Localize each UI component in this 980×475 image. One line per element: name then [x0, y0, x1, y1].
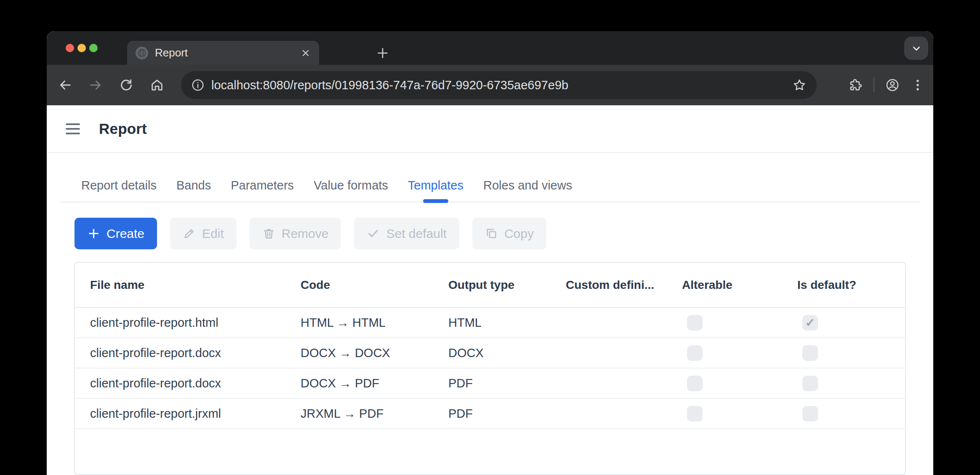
tab-value-formats[interactable]: Value formats	[314, 179, 388, 203]
trash-icon	[262, 227, 275, 240]
site-info-icon[interactable]	[191, 78, 205, 92]
action-bar: Create Edit	[75, 218, 933, 249]
column-header-is-default[interactable]: Is default?	[782, 278, 905, 292]
table-row[interactable]: client-profile-report.jrxml JRXML → PDF …	[75, 399, 905, 429]
bookmark-star-icon[interactable]	[792, 78, 807, 92]
address-bar[interactable]: localhost:8080/reports/01998136-747a-76d…	[181, 71, 817, 99]
toolbar-right-icons	[848, 65, 925, 105]
chevron-down-icon[interactable]	[904, 37, 928, 60]
extensions-icon[interactable]	[848, 78, 863, 92]
edit-button[interactable]: Edit	[170, 218, 237, 249]
table-header-row: File name Code Output type Custom defini…	[75, 263, 905, 308]
profile-icon[interactable]	[885, 78, 900, 92]
cell-code: JRXML → PDF	[285, 407, 433, 421]
menu-kebab-icon[interactable]	[911, 78, 925, 92]
window-controls	[66, 44, 98, 52]
cell-output-type: DOCX	[433, 346, 551, 360]
tab-report-details[interactable]: Report details	[81, 179, 157, 203]
column-header-alterable[interactable]: Alterable	[667, 278, 782, 292]
cell-code: DOCX → DOCX	[285, 346, 433, 360]
create-button-label: Create	[107, 227, 144, 241]
is-default-checkbox[interactable]: ✓	[802, 315, 818, 331]
tab-templates[interactable]: Templates	[408, 179, 463, 203]
table-body: client-profile-report.html HTML → HTML H…	[75, 308, 905, 429]
table-row[interactable]: client-profile-report.docx DOCX → DOCX D…	[75, 338, 905, 368]
browser-tab[interactable]: Report	[127, 41, 319, 65]
is-default-checkbox[interactable]	[802, 345, 818, 361]
maximize-window-button[interactable]	[89, 44, 98, 52]
new-tab-icon[interactable]	[376, 46, 389, 60]
report-tabs: Report details Bands Parameters Value fo…	[47, 153, 933, 203]
cell-file-name: client-profile-report.docx	[75, 376, 285, 390]
browser-toolbar: localhost:8080/reports/01998136-747a-76d…	[47, 65, 933, 105]
cell-code: DOCX → PDF	[285, 376, 433, 390]
column-header-output-type[interactable]: Output type	[433, 278, 551, 292]
is-default-checkbox[interactable]	[802, 406, 818, 422]
copy-button[interactable]: Copy	[472, 218, 546, 249]
edit-button-label: Edit	[202, 227, 224, 241]
copy-button-label: Copy	[504, 227, 534, 241]
home-icon[interactable]	[150, 78, 164, 92]
page-title: Report	[99, 120, 147, 137]
copy-icon	[485, 227, 498, 240]
close-tab-icon[interactable]	[301, 48, 311, 58]
cell-output-type: HTML	[433, 316, 551, 330]
cell-file-name: client-profile-report.html	[75, 316, 285, 330]
cell-output-type: PDF	[433, 376, 551, 390]
is-default-checkbox[interactable]	[802, 376, 818, 391]
reload-icon[interactable]	[119, 78, 133, 92]
menu-hamburger-icon[interactable]	[66, 123, 80, 134]
globe-favicon-icon	[136, 47, 148, 59]
column-header-custom-definition[interactable]: Custom defini...	[551, 278, 667, 292]
tab-bands[interactable]: Bands	[176, 179, 211, 203]
browser-window: Report	[47, 31, 933, 475]
check-icon	[367, 227, 380, 240]
app-header: Report	[47, 105, 933, 153]
desktop-background: Report	[0, 0, 980, 475]
templates-table: File name Code Output type Custom defini…	[74, 262, 906, 475]
column-header-file-name[interactable]: File name	[75, 278, 285, 292]
pencil-icon	[183, 227, 196, 240]
close-window-button[interactable]	[66, 44, 74, 52]
table-row[interactable]: client-profile-report.html HTML → HTML H…	[75, 308, 905, 338]
forward-icon[interactable]	[88, 78, 103, 92]
cell-code: HTML → HTML	[285, 316, 433, 330]
remove-button[interactable]: Remove	[250, 218, 341, 249]
back-icon[interactable]	[58, 78, 72, 92]
remove-button-label: Remove	[282, 227, 329, 241]
browser-tab-strip: Report	[47, 31, 933, 65]
cell-file-name: client-profile-report.docx	[75, 346, 285, 360]
plus-icon	[87, 227, 100, 240]
alterable-checkbox[interactable]	[687, 315, 703, 331]
set-default-button-label: Set default	[386, 227, 446, 241]
browser-tab-title: Report	[155, 46, 294, 59]
tab-parameters[interactable]: Parameters	[231, 179, 294, 203]
alterable-checkbox[interactable]	[687, 345, 703, 361]
url-text[interactable]: localhost:8080/reports/01998136-747a-76d…	[211, 78, 792, 92]
toolbar-divider	[873, 78, 874, 92]
set-default-button[interactable]: Set default	[354, 218, 459, 249]
alterable-checkbox[interactable]	[687, 376, 703, 391]
alterable-checkbox[interactable]	[687, 406, 703, 422]
minimize-window-button[interactable]	[77, 44, 86, 52]
cell-file-name: client-profile-report.jrxml	[75, 407, 285, 421]
tab-roles-and-views[interactable]: Roles and views	[483, 179, 572, 203]
create-button[interactable]: Create	[75, 218, 157, 249]
column-header-code[interactable]: Code	[285, 278, 433, 292]
app-content: Report Report details Bands Parameters V…	[47, 105, 933, 475]
table-row[interactable]: client-profile-report.docx DOCX → PDF PD…	[75, 368, 905, 399]
cell-output-type: PDF	[433, 407, 551, 421]
